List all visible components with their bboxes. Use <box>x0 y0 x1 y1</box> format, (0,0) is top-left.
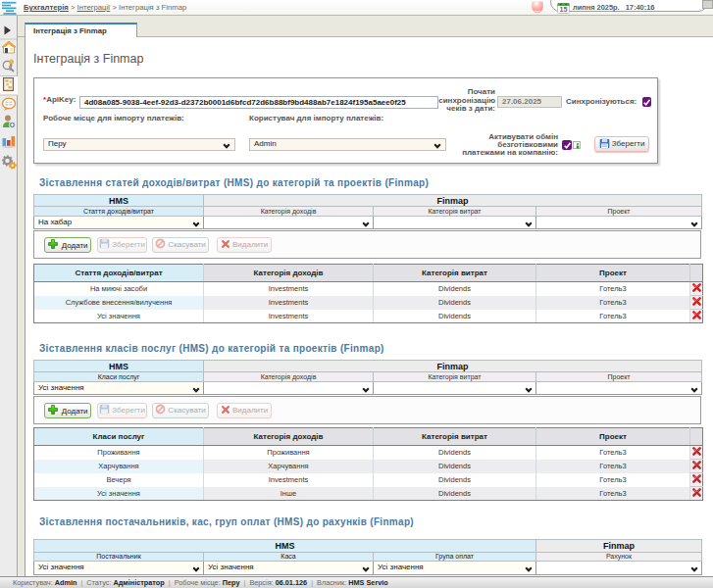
svg-text:15: 15 <box>560 6 568 13</box>
